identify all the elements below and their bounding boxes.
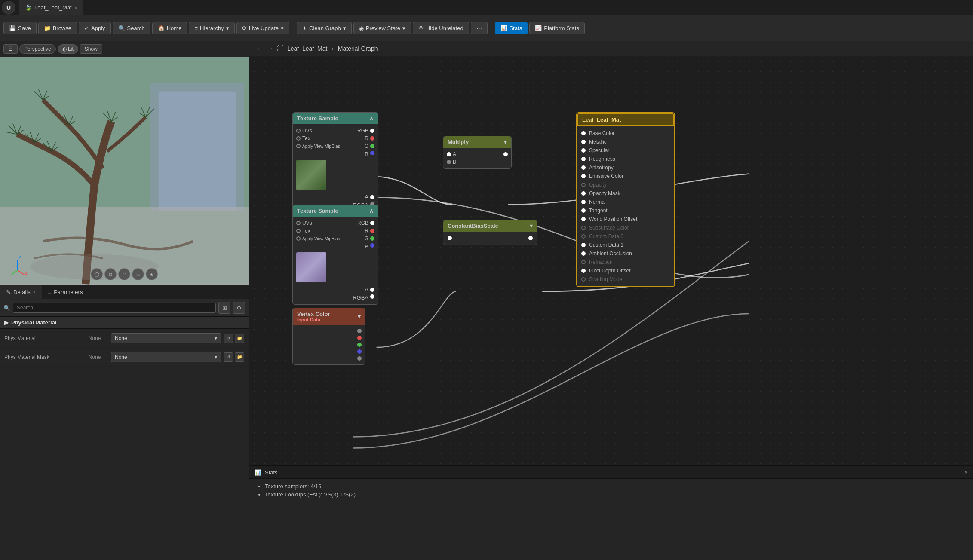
details-search-input[interactable] [13, 303, 216, 313]
sphere-preview[interactable]: ◯ [91, 268, 103, 280]
pin-subsurface[interactable] [581, 226, 586, 230]
platform-stats-button[interactable]: 📈 Platform Stats [529, 22, 585, 34]
cylinder-preview[interactable]: ⬭ [118, 268, 130, 280]
browse-asset-icon[interactable]: 📁 [235, 352, 244, 362]
forward-button[interactable]: → [267, 45, 273, 52]
pin-pixel-depth[interactable] [581, 269, 586, 273]
phys-material-mask-dropdown[interactable]: None ▾ [111, 352, 221, 362]
expand-button[interactable]: ⛶ [277, 45, 284, 52]
tab-leaf-mat[interactable]: 🍃 Leaf_Leaf_Mat × [19, 0, 83, 15]
pin-white-out[interactable] [357, 329, 362, 333]
apply-button[interactable]: ✓ Apply [79, 22, 111, 34]
browse-button[interactable]: 📁 Browse [38, 22, 77, 34]
pin-tex-in[interactable] [296, 229, 301, 233]
tab-icon: 🍃 [25, 4, 32, 11]
pin-b-out[interactable] [370, 151, 374, 155]
vertex-color-node[interactable]: Vertex Color Input Data ▾ [292, 308, 365, 365]
pin-ambient-occ[interactable] [581, 251, 586, 256]
pin-g-out[interactable] [370, 144, 374, 148]
pin-mip-in[interactable] [296, 144, 301, 148]
pin-red-out[interactable] [357, 336, 362, 340]
cube-preview[interactable]: □ [104, 268, 117, 280]
pin-tangent[interactable] [581, 208, 586, 213]
pin-uvs-in[interactable] [296, 221, 301, 225]
node-collapse-icon[interactable]: ∧ [369, 208, 374, 214]
back-button[interactable]: ← [256, 45, 263, 52]
pin-a-out[interactable] [370, 195, 374, 199]
pin-opacity-mask[interactable] [581, 191, 586, 196]
pin-mip-in[interactable] [296, 236, 301, 241]
hierarchy-button[interactable]: ≡ Hierarchy ▾ [189, 22, 234, 34]
pin-rgb-out[interactable] [370, 221, 374, 225]
pin-emissive[interactable] [581, 174, 586, 178]
pin-roughness[interactable] [581, 157, 586, 161]
pin-anisotropy[interactable] [581, 165, 586, 170]
hamburger-menu-button[interactable]: ☰ [3, 44, 18, 54]
plane-preview[interactable]: ▭ [132, 268, 144, 280]
unreal-logo[interactable]: U [2, 1, 15, 15]
constant-bias-scale-node[interactable]: ConstantBiasScale ▾ [443, 220, 537, 245]
pin-shading-model[interactable] [581, 277, 586, 282]
stats-button[interactable]: 📊 Stats [495, 22, 528, 34]
pin-normal[interactable] [581, 200, 586, 204]
pin-blue-out[interactable] [357, 349, 362, 354]
pin-in[interactable] [448, 236, 452, 240]
preview-state-button[interactable]: ◉ Preview State ▾ [353, 22, 411, 34]
home-button[interactable]: 🏠 Home [152, 22, 187, 34]
reset-icon[interactable]: ↺ [224, 352, 233, 362]
settings-button[interactable]: ⚙ [233, 302, 245, 314]
show-button[interactable]: Show [80, 44, 102, 54]
perspective-button[interactable]: Perspective [19, 44, 56, 54]
texture-sample-node-2[interactable]: Texture Sample ∧ UVs RGB [292, 205, 378, 305]
pin-green-out[interactable] [357, 343, 362, 347]
pin-alpha-out[interactable] [357, 356, 362, 361]
pin-uvs-in[interactable] [296, 129, 301, 133]
multiply-node[interactable]: Multiply ▾ A [443, 136, 512, 169]
tab-details[interactable]: ✎ Details × [0, 285, 42, 299]
save-button[interactable]: 💾 Save [3, 22, 37, 34]
pin-g-out[interactable] [370, 236, 374, 241]
tab-close[interactable]: × [74, 5, 77, 10]
pin-base-color[interactable] [581, 131, 586, 135]
reset-icon[interactable]: ↺ [224, 334, 233, 343]
node-collapse-icon[interactable]: ∧ [369, 115, 374, 122]
pin-a-in[interactable] [447, 152, 451, 156]
table-view-button[interactable]: ⊞ [218, 302, 230, 314]
physical-material-section[interactable]: ▶ Physical Material [0, 317, 249, 329]
pin-custom-data1[interactable] [581, 243, 586, 247]
pin-rgba-out[interactable] [370, 294, 374, 299]
hierarchy-icon: ≡ [194, 25, 198, 31]
viewport-display-options: ◯ □ ⬭ ▭ ◈ [91, 268, 158, 280]
pin-b-in[interactable] [447, 160, 451, 164]
tab-parameters[interactable]: ≡ Parameters [42, 285, 89, 299]
pin-a-out[interactable] [370, 288, 374, 292]
pin-metallic[interactable] [581, 140, 586, 144]
search-button[interactable]: 🔍 Search [113, 22, 150, 34]
pin-r-out[interactable] [370, 229, 374, 233]
final-material-node[interactable]: Leaf_Leaf_Mat Base Color Metallic [576, 112, 675, 287]
pin-world-pos[interactable] [581, 217, 586, 221]
stats-close-button[interactable]: × [964, 469, 968, 476]
teapot-preview[interactable]: ◈ [146, 268, 158, 280]
details-close[interactable]: × [33, 290, 36, 294]
home-icon: 🏠 [158, 25, 165, 31]
more-options-button[interactable]: ⋯ [471, 22, 488, 34]
phys-material-dropdown[interactable]: None ▾ [111, 333, 221, 343]
pin-opacity[interactable] [581, 183, 586, 187]
browse-asset-icon[interactable]: 📁 [235, 334, 244, 343]
texture-sample-node-1[interactable]: Texture Sample ∧ UVs RGB [292, 112, 378, 212]
pin-out[interactable] [528, 236, 533, 240]
pin-refraction[interactable] [581, 260, 586, 264]
hide-unrelated-button[interactable]: 👁 Hide Unrelated [413, 22, 469, 34]
material-graph-canvas[interactable]: MAT [249, 56, 973, 560]
pin-specular[interactable] [581, 148, 586, 153]
lit-button[interactable]: ◐ Lit [58, 44, 78, 54]
live-update-button[interactable]: ⟳ Live Update ▾ [236, 22, 289, 34]
pin-out[interactable] [503, 152, 508, 156]
clean-graph-button[interactable]: ✦ Clean Graph ▾ [297, 22, 352, 34]
pin-tex-in[interactable] [296, 136, 301, 141]
pin-r-out[interactable] [370, 136, 374, 141]
pin-custom-data0[interactable] [581, 234, 586, 239]
pin-b-out[interactable] [370, 243, 374, 248]
pin-rgb-out[interactable] [370, 129, 374, 133]
